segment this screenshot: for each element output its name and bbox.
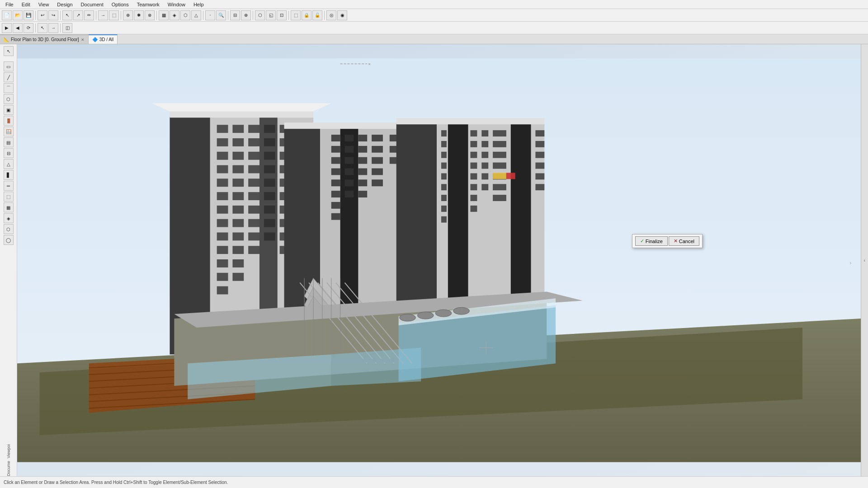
menu-options[interactable]: Options	[108, 1, 132, 8]
arrow-button[interactable]: →	[98, 10, 108, 20]
viewport[interactable]: ×	[17, 44, 861, 476]
marquee-button[interactable]: ⬚	[109, 10, 119, 20]
svg-rect-72	[331, 146, 340, 153]
shell-tool[interactable]: ◯	[4, 235, 14, 245]
cancel-button[interactable]: ✕ Cancel	[669, 236, 699, 246]
redo-button[interactable]: ↪	[48, 10, 58, 20]
tb2-btn6[interactable]: ◫	[62, 23, 72, 33]
tab-fp-close[interactable]: ✕	[81, 38, 85, 42]
toolbar-btn8[interactable]: ▦	[159, 10, 169, 20]
slab-tool[interactable]: ⊟	[4, 148, 14, 158]
svg-rect-89	[358, 179, 367, 186]
toolbar-btn14[interactable]: ⊟	[230, 10, 240, 20]
statusbar: Click an Element or Draw a Selection Are…	[0, 476, 868, 488]
undo-button[interactable]: ↩	[38, 10, 47, 20]
select-button[interactable]: ↖	[62, 10, 72, 20]
svg-rect-105	[441, 141, 447, 147]
svg-rect-85	[358, 135, 367, 141]
tb2-btn1[interactable]: ▶	[2, 23, 12, 33]
zone-tool[interactable]: ⬚	[4, 192, 14, 202]
tb2-btn3[interactable]: ⟳	[24, 23, 33, 33]
save-button[interactable]: 💾	[24, 10, 33, 20]
toolbar-btn5[interactable]: ⊕	[123, 10, 133, 20]
svg-rect-137	[535, 163, 544, 169]
svg-rect-77	[331, 202, 340, 209]
svg-rect-26	[232, 192, 244, 200]
curtain-tool[interactable]: ▦	[4, 202, 14, 212]
tab-fp-icon: 📐	[4, 37, 9, 42]
morph-tool[interactable]: ◈	[4, 213, 14, 223]
svg-rect-81	[345, 157, 354, 164]
check-icon: ✓	[640, 238, 644, 244]
menu-edit[interactable]: Edit	[18, 1, 34, 8]
menu-window[interactable]: Window	[164, 1, 189, 8]
pointer-button[interactable]: ↗	[73, 10, 83, 20]
svg-rect-24	[232, 165, 244, 174]
menu-teamwork[interactable]: Teamwork	[133, 1, 163, 8]
svg-rect-38	[248, 192, 259, 200]
new-button[interactable]: 📄	[2, 10, 12, 20]
column-tool[interactable]: ▋	[4, 170, 14, 180]
tab-3d[interactable]: 🔷 3D / All	[89, 34, 118, 44]
door-tool[interactable]: 🚪	[4, 116, 14, 126]
toolbar-btn22[interactable]: ◎	[326, 10, 336, 20]
mesh-tool[interactable]: ⬡	[4, 224, 14, 234]
toolbar-btn11[interactable]: △	[191, 10, 201, 20]
tb2-btn4[interactable]: ↖	[38, 23, 47, 33]
svg-rect-132	[493, 184, 506, 190]
svg-rect-76	[331, 191, 340, 197]
toolbar-btn20[interactable]: 🔒	[302, 10, 311, 20]
sep10	[324, 11, 325, 20]
menu-help[interactable]: Help	[190, 1, 208, 8]
toolbar-btn19[interactable]: ⬚	[291, 10, 301, 20]
svg-rect-42	[248, 246, 259, 254]
beam-tool[interactable]: ═	[4, 181, 14, 191]
svg-point-172	[453, 307, 470, 314]
tab-floor-plan[interactable]: 📐 Floor Plan to 3D [0. Ground Floor] ✕	[0, 34, 89, 44]
line-tool[interactable]: ╱	[4, 72, 14, 82]
svg-rect-91	[372, 135, 383, 141]
toolbar-btn10[interactable]: ⬡	[180, 10, 190, 20]
menu-file[interactable]: File	[2, 1, 17, 8]
toolbar-btn6[interactable]: ✱	[134, 10, 144, 20]
sep2	[60, 11, 61, 20]
roof-tool[interactable]: △	[4, 159, 14, 169]
tb2-btn5[interactable]: →	[48, 23, 58, 33]
select-tool[interactable]: ↖	[4, 46, 14, 56]
arc-tool[interactable]: ⌒	[4, 83, 14, 93]
toolbar-btn12[interactable]: ⬝	[205, 10, 215, 20]
toolbar-btn21[interactable]: 🔓	[312, 10, 322, 20]
toolbar-btn13[interactable]: 🔍	[216, 10, 226, 20]
toolbar-btn9[interactable]: ◈	[170, 10, 179, 20]
sep6	[203, 11, 203, 20]
menubar: File Edit View Design Document Options T…	[0, 0, 868, 9]
right-expand-panel[interactable]: ‹	[861, 44, 868, 476]
open-button[interactable]: 📂	[13, 10, 23, 20]
menu-design[interactable]: Design	[53, 1, 76, 8]
sidebar-viewpoi-label: Viewpoi	[6, 444, 11, 458]
toolbar-btn23[interactable]: ◉	[337, 10, 347, 20]
stair-tool[interactable]: ▤	[4, 137, 14, 147]
toolbar-btn16[interactable]: ⬡	[255, 10, 265, 20]
toolbar-btn15[interactable]: ⊕	[241, 10, 251, 20]
svg-rect-8	[217, 125, 228, 133]
tb2-btn2[interactable]: ◀	[13, 23, 23, 33]
pencil-button[interactable]: ✏	[84, 10, 94, 20]
svg-rect-93	[372, 157, 383, 164]
finalize-button[interactable]: ✓ Finalize	[635, 236, 668, 246]
svg-rect-37	[248, 178, 259, 187]
right-arrow-icon: ‹	[864, 258, 865, 263]
toolbar-btn18[interactable]: ⊡	[277, 10, 287, 20]
menu-document[interactable]: Document	[77, 1, 107, 8]
menu-view[interactable]: View	[35, 1, 53, 8]
wall-tool[interactable]: ▭	[4, 61, 14, 71]
svg-rect-87	[358, 157, 367, 164]
svg-rect-139	[535, 184, 544, 190]
polygon-tool[interactable]: ⬡	[4, 94, 14, 104]
window-tool[interactable]: 🪟	[4, 127, 14, 136]
toolbar-btn17[interactable]: ◱	[266, 10, 276, 20]
toolbar-btn7[interactable]: ⊗	[145, 10, 155, 20]
svg-rect-129	[493, 152, 506, 158]
sep11	[35, 23, 36, 33]
fill-tool[interactable]: ▣	[4, 105, 14, 115]
